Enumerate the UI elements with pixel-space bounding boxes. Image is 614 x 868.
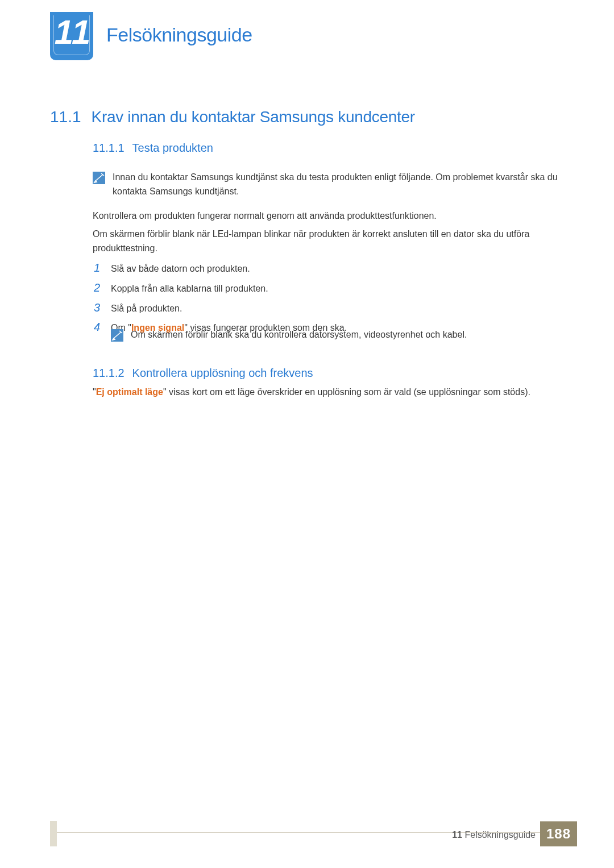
list-number: 1 xyxy=(94,261,104,275)
list-text: Slå på produkten. xyxy=(111,302,182,316)
list-number: 3 xyxy=(94,301,104,314)
subsection-number: 11.1.1 xyxy=(93,142,125,155)
subsection-number: 11.1.2 xyxy=(93,367,125,380)
chapter-title: Felsökningsguide xyxy=(106,24,252,46)
section-heading: 11.1 Krav innan du kontaktar Samsungs ku… xyxy=(50,108,415,126)
footer-breadcrumb: 11 Felsökningsguide xyxy=(452,830,536,840)
chapter-tab: 11 xyxy=(50,12,93,60)
list-number: 2 xyxy=(94,281,104,294)
list-number: 4 xyxy=(94,321,104,334)
quoted-text: Ej optimalt läge xyxy=(96,387,163,397)
subsection-heading: 11.1.2 Kontrollera upplösning och frekve… xyxy=(93,367,313,380)
footer-chapter-title: Felsökningsguide xyxy=(464,830,536,840)
footer-chapter-number: 11 xyxy=(452,830,462,840)
note-icon xyxy=(93,172,105,184)
list-text: Koppla från alla kablarna till produkten… xyxy=(111,282,268,296)
section-number: 11.1 xyxy=(50,108,81,126)
list-text: Slå av både datorn och produkten. xyxy=(111,262,250,276)
chapter-number: 11 xyxy=(50,15,93,49)
list-item: 1 Slå av både datorn och produkten. xyxy=(94,261,559,276)
footer-accent xyxy=(50,821,57,846)
note-block: Innan du kontaktar Samsungs kundtjänst s… xyxy=(93,171,559,199)
page-number-badge: 188 xyxy=(540,821,577,846)
text-part: visas kort om ett läge överskrider en up… xyxy=(167,387,530,397)
list-item: 3 Slå på produkten. xyxy=(94,301,559,316)
note-block: Om skärmen förblir blank ska du kontroll… xyxy=(111,328,559,342)
section-title: Krav innan du kontaktar Samsungs kundcen… xyxy=(92,108,415,126)
note-text: Om skärmen förblir blank ska du kontroll… xyxy=(131,328,467,342)
subsection-title: Kontrollera upplösning och frekvens xyxy=(132,367,313,380)
list-item: 2 Koppla från alla kablarna till produkt… xyxy=(94,281,559,296)
document-page: 11 Felsökningsguide 11.1 Krav innan du k… xyxy=(0,0,614,868)
note-text: Innan du kontaktar Samsungs kundtjänst s… xyxy=(113,171,559,199)
paragraph: "Ej optimalt läge" visas kort om ett läg… xyxy=(93,385,559,400)
paragraph: Kontrollera om produkten fungerar normal… xyxy=(93,209,559,223)
note-icon xyxy=(111,329,123,342)
subsection-title: Testa produkten xyxy=(132,142,213,155)
paragraph: Om skärmen förblir blank när LEd-lampan … xyxy=(93,227,559,256)
subsection-heading: 11.1.1 Testa produkten xyxy=(93,142,213,155)
